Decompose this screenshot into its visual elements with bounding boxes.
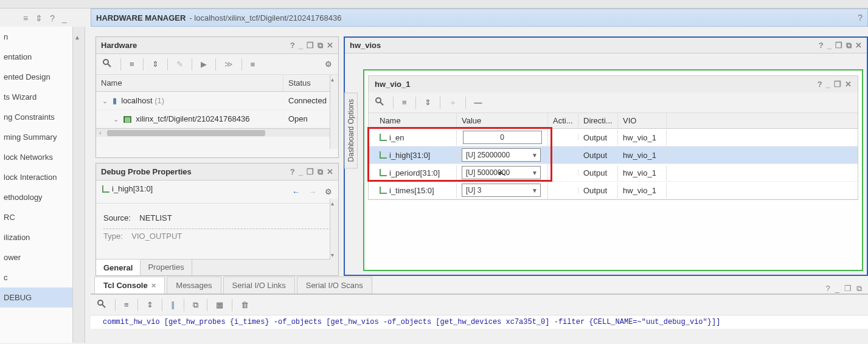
vio-row-i-high[interactable]: i_high[31:0] [U] 25000000▼ Output hw_vio… — [369, 146, 858, 164]
value-combo[interactable]: [U] 50000000▼ — [462, 166, 541, 179]
maximize-icon[interactable]: ❐ — [307, 41, 314, 50]
dashboard-options-tab[interactable]: Dashboard Options — [344, 92, 358, 168]
v-scrollbar[interactable]: ▴ ▾ — [330, 199, 338, 260]
minimize-icon[interactable]: _ — [835, 284, 839, 294]
maximize-icon[interactable]: ❐ — [844, 284, 852, 294]
collapse-icon[interactable]: ≡ — [402, 98, 407, 107]
nav-item[interactable]: lock Networks — [0, 147, 72, 167]
plus-icon[interactable]: ＋ — [449, 97, 457, 108]
close-icon[interactable]: ✕ — [327, 41, 333, 50]
help-icon[interactable]: ? — [826, 284, 830, 294]
search-icon[interactable] — [375, 97, 384, 108]
nav-item-debug[interactable]: DEBUG — [0, 287, 72, 308]
tcl-console-line[interactable]: commit_hw_vio [get_hw_probes {i_times} -… — [91, 315, 868, 329]
dropdown-icon[interactable]: ▼ — [532, 187, 538, 194]
expand-toggle-icon[interactable]: ⌄ — [113, 115, 119, 123]
vio-row-i-periord[interactable]: i_periord[31:0] [U] 50000000▼ Output hw_… — [369, 164, 858, 182]
minus-icon[interactable]: — — [474, 98, 482, 107]
nav-item[interactable]: ng Constraints — [0, 107, 72, 127]
pause-icon[interactable]: ‖ — [171, 300, 175, 309]
tab-general[interactable]: General — [96, 260, 141, 275]
mini-help-icon[interactable]: ? — [50, 13, 55, 23]
vertical-splitter[interactable]: ▴ — [73, 27, 85, 343]
help-icon[interactable]: ? — [818, 80, 822, 89]
collapse-icon[interactable]: ≡ — [124, 300, 129, 309]
expand-icon[interactable]: ⇕ — [152, 60, 159, 69]
header-help-icon[interactable]: ? — [858, 13, 863, 22]
close-icon[interactable]: ✕ — [845, 80, 852, 89]
splitter-caret-icon[interactable]: ▴ — [75, 33, 79, 41]
col-name[interactable]: Name — [369, 113, 457, 128]
col-value[interactable]: Value — [457, 113, 548, 128]
minimize-icon[interactable]: _ — [827, 41, 832, 50]
hw-tree-row-host[interactable]: ⌄ ▮ localhost (1) Connected — [96, 92, 338, 110]
mini-icon-2[interactable]: ⇕ — [35, 13, 43, 23]
dropdown-icon[interactable]: ▼ — [532, 170, 538, 176]
scroll-left-icon[interactable]: ‹ — [97, 129, 103, 136]
minimize-icon[interactable]: _ — [826, 80, 830, 89]
popout-icon[interactable]: ⧉ — [846, 41, 852, 50]
minimize-icon[interactable]: _ — [299, 167, 303, 177]
tab-tcl-console[interactable]: Tcl Console × — [94, 277, 165, 294]
vio-row-i-en[interactable]: i_en 0 Output hw_vio_1 — [369, 129, 858, 146]
mini-icon-1[interactable]: ≡ — [23, 13, 28, 23]
back-icon[interactable]: ← — [292, 187, 300, 196]
copy-icon[interactable]: ⧉ — [193, 300, 198, 310]
popout-icon[interactable]: ⧉ — [318, 41, 323, 50]
table-icon[interactable]: ▦ — [216, 300, 223, 309]
play-icon[interactable]: ▶ — [201, 60, 207, 69]
help-icon[interactable]: ? — [819, 41, 824, 50]
scroll-up-icon[interactable]: ▴ — [331, 200, 334, 207]
tab-properties[interactable]: Properties — [141, 260, 192, 275]
nav-item[interactable]: lock Interaction — [0, 167, 72, 187]
gear-icon[interactable]: ⚙ — [325, 187, 332, 196]
tab-serial-links[interactable]: Serial I/O Links — [223, 277, 295, 294]
expand-icon[interactable]: ⇕ — [147, 300, 153, 309]
nav-item[interactable]: ented Design — [0, 67, 72, 87]
nav-item[interactable]: c — [0, 267, 72, 287]
value-combo[interactable]: [U] 25000000▼ — [462, 148, 541, 162]
nav-item[interactable]: n — [0, 27, 72, 47]
tab-messages[interactable]: Messages — [167, 277, 221, 294]
nav-item[interactable]: ethodology — [0, 187, 72, 207]
popout-icon[interactable]: ⧉ — [318, 167, 323, 177]
value-combo[interactable]: [U] 3▼ — [462, 184, 541, 197]
h-scrollbar[interactable]: ‹ › — [96, 128, 338, 137]
col-vio[interactable]: VIO — [618, 113, 667, 128]
search-icon[interactable] — [97, 299, 106, 311]
vio-row-i-times[interactable]: i_times[15:0] [U] 3▼ Output hw_vio_1 — [369, 182, 858, 199]
stop-icon[interactable]: ■ — [251, 60, 255, 69]
scroll-down-icon[interactable]: ▾ — [331, 252, 334, 258]
pin-icon[interactable]: ✎ — [176, 60, 183, 69]
scroll-thumb[interactable] — [107, 130, 265, 136]
collapse-icon[interactable]: ≡ — [130, 60, 134, 69]
nav-item[interactable]: ts Wizard — [0, 87, 72, 107]
minimize-icon[interactable]: _ — [299, 41, 303, 50]
mini-min-icon[interactable]: _ — [62, 13, 67, 23]
nav-item[interactable]: ower — [0, 247, 72, 267]
col-direction[interactable]: Directi... — [578, 113, 618, 128]
nav-item[interactable]: ming Summary — [0, 127, 72, 147]
step-icon[interactable]: ≫ — [224, 60, 233, 69]
value-input[interactable]: 0 — [463, 131, 542, 144]
close-tab-icon[interactable]: × — [151, 281, 156, 290]
dropdown-icon[interactable]: ▼ — [532, 152, 538, 159]
help-icon[interactable]: ? — [290, 41, 295, 50]
col-name[interactable]: Name — [96, 75, 283, 91]
v-scrollbar[interactable]: ▴ — [330, 75, 338, 149]
maximize-icon[interactable]: ❐ — [834, 80, 841, 89]
nav-item[interactable]: RC — [0, 207, 72, 227]
nav-item[interactable]: ilization — [0, 227, 72, 247]
gear-icon[interactable]: ⚙ — [325, 60, 332, 69]
forward-icon[interactable]: → — [308, 187, 316, 196]
nav-item[interactable]: entation — [0, 47, 72, 67]
col-activity[interactable]: Acti... — [548, 113, 578, 128]
help-icon[interactable]: ? — [290, 167, 295, 177]
hw-tree-row-device[interactable]: ⌄ ▤ xilinx_tcf/Digilent/210241768436 Ope… — [96, 110, 338, 128]
maximize-icon[interactable]: ❐ — [307, 167, 314, 177]
close-icon[interactable]: ✕ — [327, 167, 333, 177]
popout-icon[interactable]: ⧉ — [856, 284, 862, 294]
maximize-icon[interactable]: ❐ — [835, 41, 842, 50]
expand-icon[interactable]: ⇕ — [425, 98, 431, 107]
scroll-up-icon[interactable]: ▴ — [331, 76, 334, 83]
